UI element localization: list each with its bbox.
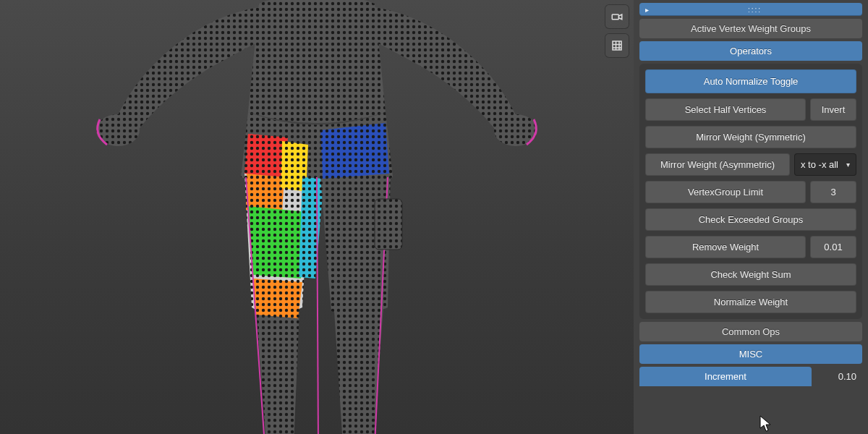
svg-rect-21 <box>613 41 621 50</box>
section-operators[interactable]: Operators <box>639 41 862 61</box>
character-mesh <box>64 0 570 434</box>
side-panel: ▸ :::: Active Vertex Weight Groups Opera… <box>634 0 868 434</box>
auto-normalize-toggle-button[interactable]: Auto Normalize Toggle <box>645 69 856 93</box>
panel-drag-header[interactable]: ▸ :::: <box>639 3 862 16</box>
increment-button[interactable]: Increment <box>639 367 812 386</box>
mirror-weight-symmetric-button[interactable]: Mirror Weight (Symmetric) <box>645 126 856 148</box>
check-exceeded-groups-button[interactable]: Check Exceeded Groups <box>645 208 856 231</box>
mirror-axis-value: x to -x all <box>801 159 838 170</box>
select-half-vertices-button[interactable]: Select Half Vertices <box>645 98 806 121</box>
section-common-ops[interactable]: Common Ops <box>639 322 862 341</box>
mirror-weight-asymmetric-button[interactable]: Mirror Weight (Asymmetric) <box>645 153 790 176</box>
expand-icon: ▸ <box>645 6 649 14</box>
remove-weight-value[interactable]: 0.01 <box>810 236 856 258</box>
remove-weight-button[interactable]: Remove Weight <box>645 236 806 258</box>
normalize-weight-button[interactable]: Normalize Weight <box>645 291 856 313</box>
vertex-group-limit-button[interactable]: VertexGroup Limit <box>645 181 806 203</box>
svg-rect-19 <box>375 199 402 250</box>
check-weight-sum-button[interactable]: Check Weight Sum <box>645 263 856 286</box>
section-active-vertex-weight-groups[interactable]: Active Vertex Weight Groups <box>639 19 862 38</box>
operators-group: Auto Normalize Toggle Select Half Vertic… <box>639 64 862 319</box>
footer-row: Increment 0.10 <box>639 367 862 386</box>
invert-button[interactable]: Invert <box>810 98 856 121</box>
chevron-down-icon: ▾ <box>846 161 850 169</box>
viewport-shading-button[interactable] <box>605 33 629 58</box>
viewport-camera-button[interactable] <box>605 4 629 29</box>
svg-rect-20 <box>612 14 618 20</box>
section-misc[interactable]: MISC <box>639 344 862 364</box>
drag-grip-icon: :::: <box>653 6 856 14</box>
mirror-axis-dropdown[interactable]: x to -x all ▾ <box>794 153 856 176</box>
vertex-group-limit-value[interactable]: 3 <box>810 181 856 203</box>
3d-viewport[interactable] <box>0 0 634 434</box>
increment-value[interactable]: 0.10 <box>816 367 862 386</box>
